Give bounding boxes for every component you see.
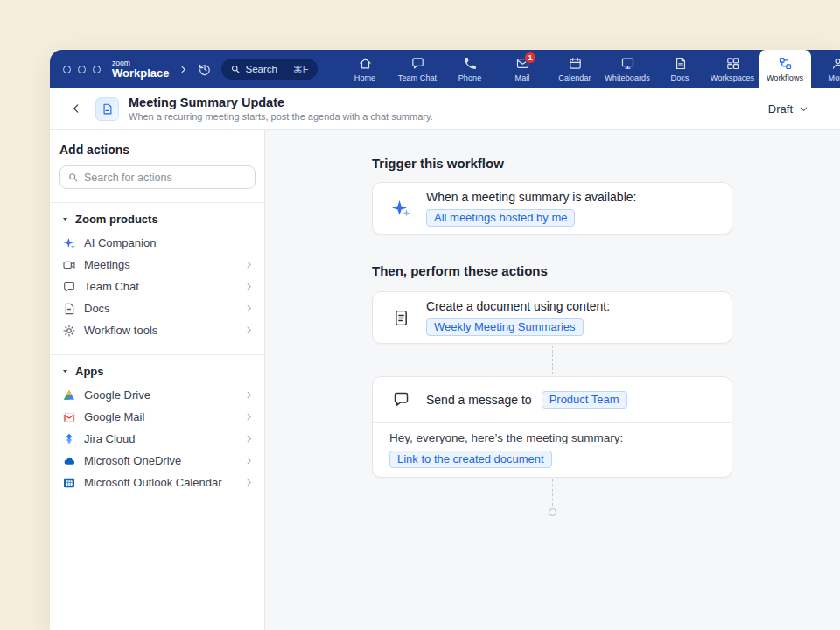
sidebar-item-microsoft-outlook-calendar[interactable]: Microsoft Outlook Calendar bbox=[60, 472, 256, 494]
app-window: zoom Workplace Search ⌘F Home Team Chat bbox=[50, 50, 840, 630]
sidebar-title: Add actions bbox=[60, 143, 256, 157]
workflow-subtitle: When a recurring meeting starts, post th… bbox=[129, 111, 433, 122]
nav-tab-calendar[interactable]: Calendar bbox=[549, 50, 601, 88]
create-document-card[interactable]: Create a document using content: Weekly … bbox=[372, 291, 732, 344]
trigger-card[interactable]: When a meeting summary is available: All… bbox=[372, 182, 732, 234]
zoom-workplace-logo: zoom Workplace bbox=[112, 60, 170, 80]
chat-bubble-icon bbox=[410, 56, 425, 71]
sidebar-item-ai-companion[interactable]: AI Companion bbox=[60, 232, 256, 254]
search-icon bbox=[230, 64, 241, 74]
recipient-tag[interactable]: Product Team bbox=[542, 391, 627, 409]
document-content-tag[interactable]: Weekly Meeting Summaries bbox=[426, 318, 584, 336]
search-shortcut: ⌘F bbox=[293, 64, 309, 75]
outlook-calendar-icon bbox=[62, 476, 76, 490]
sidebar-item-docs[interactable]: Docs bbox=[60, 298, 256, 319]
message-body-text: Hey, everyone, here’s the meeting summar… bbox=[389, 431, 718, 444]
gmail-icon bbox=[62, 410, 76, 424]
chat-bubble-icon bbox=[62, 280, 76, 294]
status-dropdown[interactable]: Draft bbox=[763, 99, 814, 119]
window-controls[interactable] bbox=[63, 66, 101, 74]
nav-tab-more[interactable]: More bbox=[811, 50, 840, 88]
send-message-text: Send a message to bbox=[426, 393, 532, 407]
search-label: Search bbox=[246, 64, 277, 74]
sidebar-item-meetings[interactable]: Meetings bbox=[60, 254, 256, 276]
workflow-end-node[interactable] bbox=[549, 508, 556, 516]
video-camera-icon bbox=[62, 258, 76, 272]
nav-tab-home[interactable]: Home bbox=[339, 50, 391, 88]
chevron-right-icon bbox=[244, 434, 254, 444]
chevron-right-icon bbox=[244, 326, 254, 335]
ai-sparkle-icon bbox=[390, 198, 411, 219]
mail-unread-badge: 1 bbox=[524, 52, 536, 64]
jira-icon bbox=[62, 432, 76, 446]
connector-line bbox=[552, 346, 553, 374]
nav-tab-phone[interactable]: Phone bbox=[444, 50, 496, 88]
document-link-tag[interactable]: Link to the created document bbox=[389, 451, 552, 468]
chevron-right-icon bbox=[244, 478, 254, 487]
back-button[interactable] bbox=[66, 98, 87, 119]
create-document-text: Create a document using content: bbox=[426, 299, 610, 313]
phone-icon bbox=[463, 56, 478, 71]
window-close-button[interactable] bbox=[63, 66, 71, 74]
chevron-left-icon bbox=[70, 102, 82, 115]
google-drive-icon bbox=[62, 388, 76, 402]
trigger-text: When a meeting summary is available: bbox=[426, 190, 636, 204]
sparkle-icon bbox=[62, 236, 76, 250]
sidebar-item-jira-cloud[interactable]: Jira Cloud bbox=[60, 428, 256, 450]
workflow-title-block: Meeting Summary Update When a recurring … bbox=[129, 95, 433, 122]
speech-bubble-icon bbox=[390, 389, 411, 410]
nav-tab-mail[interactable]: Mail 1 bbox=[496, 50, 549, 88]
contacts-icon bbox=[830, 56, 840, 71]
chevron-right-icon bbox=[244, 390, 254, 400]
section-apps[interactable]: Apps bbox=[60, 355, 256, 384]
workflow-header: Meeting Summary Update When a recurring … bbox=[50, 88, 840, 130]
chevron-down-icon bbox=[799, 104, 808, 114]
home-icon bbox=[358, 56, 373, 71]
sidebar-item-microsoft-onedrive[interactable]: Microsoft OneDrive bbox=[60, 450, 256, 472]
sidebar-item-workflow-tools[interactable]: Workflow tools bbox=[60, 319, 256, 341]
window-zoom-button[interactable] bbox=[93, 66, 101, 74]
nav-tab-workflows[interactable]: Workflows bbox=[759, 50, 811, 88]
chevron-right-icon bbox=[244, 304, 254, 313]
whiteboard-icon bbox=[620, 56, 635, 71]
send-message-card[interactable]: Send a message to Product Team Hey, ever… bbox=[372, 376, 732, 478]
workflows-icon bbox=[778, 56, 793, 71]
actions-heading: Then, perform these actions bbox=[372, 263, 548, 278]
nav-tab-team-chat[interactable]: Team Chat bbox=[391, 50, 444, 88]
onedrive-icon bbox=[62, 454, 76, 468]
connector-line bbox=[552, 480, 553, 506]
window-minimize-button[interactable] bbox=[78, 66, 86, 74]
workflow-thumbnail-icon bbox=[95, 97, 119, 121]
chevron-right-icon bbox=[244, 456, 254, 466]
calendar-icon bbox=[568, 56, 583, 71]
nav-tab-workspaces[interactable]: Workspaces bbox=[706, 50, 759, 88]
sidebar-item-google-mail[interactable]: Google Mail bbox=[60, 406, 256, 428]
document-icon bbox=[673, 56, 688, 71]
trigger-scope-tag[interactable]: All meetings hosted by me bbox=[426, 209, 575, 227]
nav-tab-docs[interactable]: Docs bbox=[654, 50, 706, 88]
history-icon[interactable] bbox=[198, 62, 212, 76]
document-icon bbox=[390, 307, 411, 328]
actions-sidebar: Add actions Zoom products AI Companion M… bbox=[50, 130, 265, 630]
nav-tabs: Home Team Chat Phone Mail 1 Calendar bbox=[339, 50, 840, 88]
chevron-right-icon bbox=[244, 260, 254, 270]
workflow-title: Meeting Summary Update bbox=[129, 95, 433, 109]
actions-search-input[interactable] bbox=[84, 172, 248, 184]
workspaces-icon bbox=[725, 56, 740, 71]
workflow-canvas: Trigger this workflow When a meeting sum… bbox=[265, 130, 840, 630]
chevron-right-icon bbox=[244, 412, 254, 422]
chevron-right-icon bbox=[244, 282, 254, 291]
top-navbar: zoom Workplace Search ⌘F Home Team Chat bbox=[50, 50, 840, 88]
global-search[interactable]: Search ⌘F bbox=[221, 59, 318, 80]
document-icon bbox=[62, 302, 76, 316]
chevron-right-icon[interactable] bbox=[178, 65, 188, 74]
section-zoom-products[interactable]: Zoom products bbox=[60, 203, 256, 232]
sidebar-item-team-chat[interactable]: Team Chat bbox=[60, 276, 256, 298]
caret-down-icon bbox=[61, 215, 69, 223]
sidebar-item-google-drive[interactable]: Google Drive bbox=[60, 384, 256, 406]
caret-down-icon bbox=[61, 368, 69, 375]
trigger-heading: Trigger this workflow bbox=[372, 156, 504, 171]
nav-tab-whiteboards[interactable]: Whiteboards bbox=[601, 50, 654, 88]
actions-search[interactable] bbox=[60, 165, 256, 189]
gear-icon bbox=[62, 324, 76, 338]
